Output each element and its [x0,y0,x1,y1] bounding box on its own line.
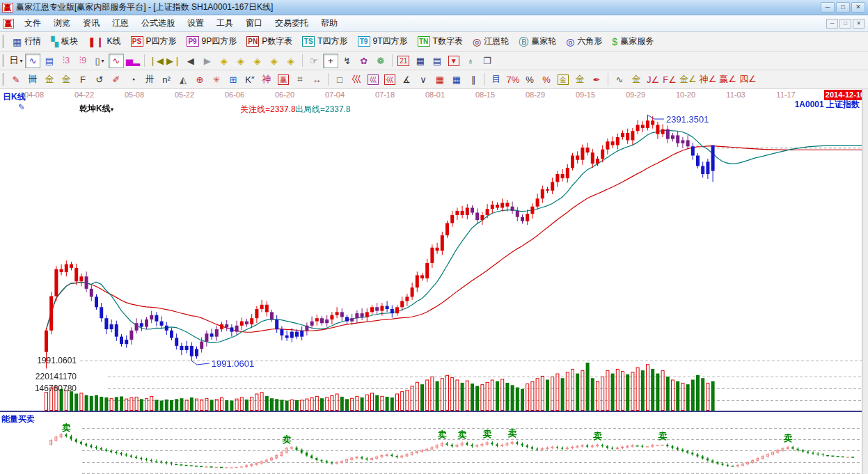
kline-style-label[interactable]: 乾坤K线▾ [79,103,113,115]
ying-tool-button[interactable]: 赢 [276,72,291,87]
gold-level-button[interactable]: 金 [572,72,587,87]
level-stats-button[interactable]: 目 [489,72,504,87]
minimize-button[interactable]: ─ [821,2,835,13]
width-measure-button[interactable]: ↔ [309,72,324,87]
menu-item-file[interactable]: 文件 [18,15,47,31]
sectors-button[interactable]: ▚板块 [46,33,83,49]
hexagon-button[interactable]: ◎六角形 [561,33,607,49]
f10-doc-button[interactable]: ▤ [42,54,57,68]
mdi-close-button[interactable]: ✕ [853,19,865,29]
diamond-right-button[interactable]: ◈ [233,54,248,68]
diamond-expand-button[interactable]: ◈ [283,54,299,68]
percent-7-button[interactable]: 7% [505,72,521,87]
t-square-button[interactable]: TST四方形 [297,33,352,49]
angle-mirror-button[interactable]: ◭ [175,72,191,87]
close-button[interactable]: ✕ [851,2,865,13]
9t-square-button[interactable]: T99T四方形 [353,33,413,49]
network-button[interactable]: ♁ [463,54,478,68]
menu-item-browse[interactable]: 浏览 [47,15,77,31]
crosshair-tool-button[interactable]: + [323,54,338,68]
symbol-label[interactable]: 1A0001 上证指数 [795,99,860,111]
gann-fan-red-button[interactable]: 巛 [349,72,364,87]
shen-angle-button[interactable]: 神∠ [699,72,718,87]
k-quote-button[interactable]: K″ [242,72,258,87]
shen-tool-button[interactable]: 神 [259,72,274,87]
maximize-button[interactable]: □ [836,2,850,13]
t-number-table-button[interactable]: TNT数字表 [413,33,468,49]
volume-histogram-button[interactable]: ▅▂ [125,54,141,68]
mdi-restore-button[interactable]: □ [839,19,851,29]
candle-style-dropdown-icon[interactable]: ▾ [102,58,104,64]
grid-target-button[interactable]: ⊞ [226,72,241,87]
gann-tool-purple-button[interactable]: ✿ [356,54,372,68]
first-bar-button[interactable]: ❘◀ [148,54,164,68]
menu-item-trade-order[interactable]: 交易委托 [269,15,315,31]
zigzag-chart-red-button[interactable]: ∿ [109,54,124,68]
ink-brush-button[interactable]: ✒ [589,72,604,87]
ma3-chart-button[interactable]: ⫶3 [58,54,74,68]
period-day-button[interactable]: 日▾ [8,54,24,68]
percent-line-button[interactable]: % [539,72,554,87]
box-rect-button[interactable]: □ [332,72,347,87]
fan-square-purple-button[interactable]: 巛 [365,72,381,87]
pattern-tool-green-button[interactable]: ❁ [373,54,388,68]
matrix-grid-2-button[interactable]: ▦ [449,72,464,87]
gann-wheel-button[interactable]: ◎江恩轮 [468,33,514,49]
winner-service-button[interactable]: $赢家服务 [607,33,658,49]
parallel-lines-button[interactable]: ∥ [466,72,481,87]
energy-indicator-title[interactable]: 能量买卖 [1,413,35,425]
menu-item-tools[interactable]: 工具 [210,15,239,31]
kline-button[interactable]: ❚❙K线 [83,33,125,49]
energy-indicator-canvas[interactable] [0,412,862,474]
diamond-horizontal-button[interactable]: ◈ [250,54,265,68]
fan-square-red-button[interactable]: 巛 [382,72,397,87]
ying-angle-button[interactable]: 赢∠ [718,72,737,87]
hand-tool-button[interactable]: ☞ [306,54,322,68]
p-square-button[interactable]: PSP四方形 [126,33,182,49]
clock-cycle-button[interactable]: ◔ [125,72,141,87]
menu-item-help[interactable]: 帮助 [315,15,344,31]
prev-bar-button[interactable]: ◀ [183,54,198,68]
gold-angle-button[interactable]: 金∠ [679,72,697,87]
gold-ruler-2-button[interactable]: 金 [58,72,74,87]
gold-underline-button[interactable]: 金 [629,72,644,87]
matrix-grid-button[interactable]: ▦ [432,72,448,87]
gold-circle-button[interactable]: 金 [555,72,571,87]
f-angle-button[interactable]: F∠ [662,72,677,87]
quotes-button[interactable]: ▦行情 [8,33,46,49]
n-squared-button[interactable]: n² [159,72,174,87]
compass-circle-button[interactable]: ⊕ [192,72,207,87]
menu-item-formula-stock-pick[interactable]: 公式选股 [135,15,181,31]
toolbar-grip[interactable] [2,73,4,86]
9p-square-button[interactable]: P99P四方形 [182,33,242,49]
toolbar-grip[interactable] [2,35,4,48]
winner-wheel-button[interactable]: Ⓑ赢家轮 [514,33,561,49]
save-file-button[interactable]: ▼ [446,54,461,68]
time-division-button[interactable]: 卌 [25,72,40,87]
toolbar-grip[interactable] [2,54,4,67]
ruler-123-button[interactable]: ⌗ [292,72,308,87]
menu-item-gann[interactable]: 江恩 [106,15,135,31]
percent-button[interactable]: % [522,72,537,87]
angle-rays-button[interactable]: ∡ [399,72,414,87]
star-wheel-button[interactable]: ✳ [209,72,224,87]
diamond-compress-button[interactable]: ◈ [267,54,282,68]
note-editor-button[interactable]: ▤ [429,54,445,68]
f-ruler-button[interactable]: F [75,72,90,87]
right-frame-strip[interactable] [862,89,868,474]
menu-item-news[interactable]: 资讯 [77,15,106,31]
trend-polyline-button[interactable]: ↯ [340,54,355,68]
gold-ruler-1-button[interactable]: 金 [42,72,57,87]
main-chart-canvas[interactable] [0,102,862,411]
diamond-left-button[interactable]: ◈ [216,54,232,68]
p-number-table-button[interactable]: PNP数字表 [242,33,297,49]
calendar-21-button[interactable]: 21 [396,54,411,68]
spiral-tool-button[interactable]: ↺ [92,72,107,87]
menu-item-settings[interactable]: 设置 [181,15,210,31]
brush-tool-button[interactable]: ✎ [8,72,24,87]
time-ruler-button[interactable]: 卅 [142,72,157,87]
calculator-button[interactable]: ▦ [413,54,428,68]
wave-av-button[interactable]: ∿ [612,72,627,87]
print-button[interactable]: ❐ [480,54,495,68]
menu-item-window[interactable]: 窗口 [239,15,269,31]
